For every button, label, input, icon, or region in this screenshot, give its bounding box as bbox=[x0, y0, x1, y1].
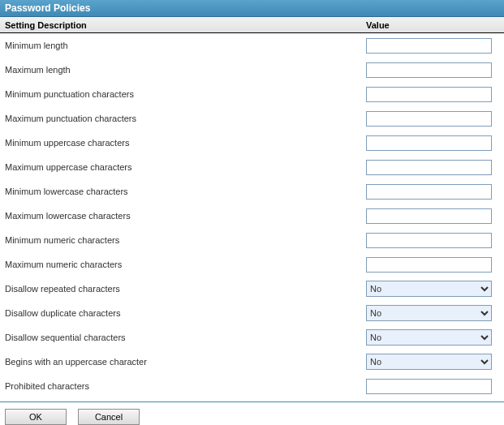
setting-row-minimum-punctuation-characters: Minimum punctuation characters bbox=[5, 82, 499, 106]
input-prohibited-characters[interactable] bbox=[366, 379, 492, 394]
select-disallow-repeated-characters[interactable]: NoYes bbox=[366, 281, 492, 297]
setting-control-maximum-punctuation-characters bbox=[366, 111, 499, 127]
setting-row-maximum-lowercase-characters: Maximum lowercase characters bbox=[5, 204, 499, 228]
setting-label-maximum-numeric-characters: Maximum numeric characters bbox=[5, 260, 366, 269]
setting-control-begins-with-an-uppercase-character: NoYes bbox=[366, 354, 499, 370]
setting-row-prohibited-characters: Prohibited characters bbox=[5, 374, 499, 398]
setting-row-minimum-uppercase-characters: Minimum uppercase characters bbox=[5, 131, 499, 155]
setting-label-minimum-lowercase-characters: Minimum lowercase characters bbox=[5, 187, 366, 196]
input-maximum-uppercase-characters[interactable] bbox=[366, 160, 492, 175]
input-minimum-numeric-characters[interactable] bbox=[366, 233, 492, 248]
setting-label-disallow-sequential-characters: Disallow sequential characters bbox=[5, 333, 366, 342]
setting-label-disallow-repeated-characters: Disallow repeated characters bbox=[5, 284, 366, 294]
input-maximum-length[interactable] bbox=[366, 62, 492, 78]
setting-label-prohibited-characters: Prohibited characters bbox=[5, 381, 366, 391]
setting-control-minimum-punctuation-characters bbox=[366, 87, 499, 102]
input-maximum-punctuation-characters[interactable] bbox=[366, 111, 492, 127]
setting-label-minimum-length: Minimum length bbox=[5, 41, 366, 50]
setting-label-begins-with-an-uppercase-character: Begins with an uppercase character bbox=[5, 357, 366, 367]
setting-control-minimum-numeric-characters bbox=[366, 233, 499, 248]
setting-control-maximum-numeric-characters bbox=[366, 257, 499, 273]
setting-control-prohibited-characters bbox=[366, 379, 499, 394]
setting-control-minimum-uppercase-characters bbox=[366, 135, 499, 151]
setting-row-maximum-numeric-characters: Maximum numeric characters bbox=[5, 252, 499, 277]
input-minimum-length[interactable] bbox=[366, 38, 492, 54]
column-header-row: Setting Description Value bbox=[0, 17, 504, 33]
input-minimum-lowercase-characters[interactable] bbox=[366, 184, 492, 200]
select-disallow-duplicate-characters[interactable]: NoYes bbox=[366, 305, 492, 321]
setting-label-minimum-numeric-characters: Minimum numeric characters bbox=[5, 235, 366, 245]
setting-control-disallow-repeated-characters: NoYes bbox=[366, 281, 499, 297]
setting-label-minimum-uppercase-characters: Minimum uppercase characters bbox=[5, 138, 366, 148]
setting-row-maximum-length: Maximum length bbox=[5, 58, 499, 82]
setting-row-disallow-sequential-characters: Disallow sequential charactersNoYes bbox=[5, 325, 499, 350]
setting-row-disallow-repeated-characters: Disallow repeated charactersNoYes bbox=[5, 277, 499, 301]
select-disallow-sequential-characters[interactable]: NoYes bbox=[366, 329, 492, 346]
panel-title: Password Policies bbox=[0, 0, 504, 17]
setting-label-minimum-punctuation-characters: Minimum punctuation characters bbox=[5, 89, 366, 99]
button-bar: OK Cancel bbox=[0, 407, 504, 425]
input-minimum-uppercase-characters[interactable] bbox=[366, 135, 492, 151]
setting-row-minimum-lowercase-characters: Minimum lowercase characters bbox=[5, 179, 499, 204]
setting-row-begins-with-an-uppercase-character: Begins with an uppercase characterNoYes bbox=[5, 350, 499, 374]
setting-control-maximum-length bbox=[366, 62, 499, 78]
setting-control-disallow-sequential-characters: NoYes bbox=[366, 329, 499, 346]
setting-label-maximum-lowercase-characters: Maximum lowercase characters bbox=[5, 211, 366, 221]
setting-control-minimum-length bbox=[366, 38, 499, 54]
setting-row-disallow-duplicate-characters: Disallow duplicate charactersNoYes bbox=[5, 301, 499, 325]
column-header-value: Value bbox=[366, 20, 499, 30]
column-header-desc: Setting Description bbox=[5, 20, 366, 30]
cancel-button[interactable]: Cancel bbox=[78, 409, 140, 425]
setting-label-maximum-length: Maximum length bbox=[5, 65, 366, 75]
setting-row-minimum-numeric-characters: Minimum numeric characters bbox=[5, 228, 499, 252]
setting-control-disallow-duplicate-characters: NoYes bbox=[366, 305, 499, 321]
setting-label-disallow-duplicate-characters: Disallow duplicate characters bbox=[5, 308, 366, 318]
setting-label-maximum-uppercase-characters: Maximum uppercase characters bbox=[5, 162, 366, 172]
ok-button[interactable]: OK bbox=[5, 409, 67, 425]
setting-row-maximum-uppercase-characters: Maximum uppercase characters bbox=[5, 155, 499, 179]
input-maximum-numeric-characters[interactable] bbox=[366, 257, 492, 273]
separator bbox=[0, 401, 504, 402]
setting-row-minimum-length: Minimum length bbox=[5, 33, 499, 58]
setting-control-minimum-lowercase-characters bbox=[366, 184, 499, 200]
setting-control-maximum-uppercase-characters bbox=[366, 160, 499, 175]
password-policies-panel: Password Policies Setting Description Va… bbox=[0, 0, 504, 425]
input-minimum-punctuation-characters[interactable] bbox=[366, 87, 492, 102]
select-begins-with-an-uppercase-character[interactable]: NoYes bbox=[366, 354, 492, 370]
setting-row-maximum-punctuation-characters: Maximum punctuation characters bbox=[5, 106, 499, 131]
setting-control-maximum-lowercase-characters bbox=[366, 208, 499, 224]
setting-label-maximum-punctuation-characters: Maximum punctuation characters bbox=[5, 114, 366, 123]
input-maximum-lowercase-characters[interactable] bbox=[366, 208, 492, 224]
settings-rows: Minimum lengthMaximum lengthMinimum punc… bbox=[0, 33, 504, 398]
